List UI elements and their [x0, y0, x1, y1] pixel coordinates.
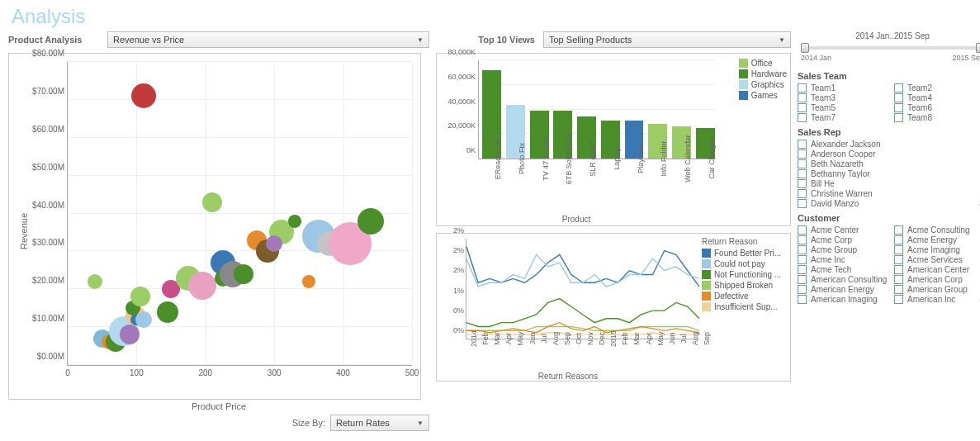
- scatter-y-tick: $60.00M: [32, 124, 68, 133]
- bubble[interactable]: [234, 264, 253, 284]
- line-x-tick: Jul: [676, 334, 688, 344]
- checkbox-item[interactable]: Acme Services: [894, 255, 980, 264]
- checkbox-item[interactable]: American Imaging: [798, 295, 891, 304]
- product-analysis-header: Product Analysis Revenue vs Price: [8, 31, 429, 48]
- legend-item[interactable]: Defective: [702, 292, 788, 301]
- sales-team-list: Team1Team2Team3Team4Team5Team6Team7Team8: [798, 83, 980, 122]
- time-thumb-end[interactable]: [976, 43, 980, 53]
- checkbox-item[interactable]: Anderson Cooper: [798, 149, 980, 159]
- line-x-tick: Jun: [525, 333, 537, 345]
- checkbox-icon: [798, 275, 807, 284]
- checkbox-item[interactable]: Acme Imaging: [894, 245, 980, 254]
- legend-item[interactable]: Office: [739, 59, 787, 68]
- legend-item[interactable]: Hardware: [739, 69, 787, 78]
- checkbox-item[interactable]: Acme Inc: [798, 255, 891, 264]
- checkbox-item[interactable]: Acme Consulting: [894, 225, 980, 235]
- checkbox-item[interactable]: Team8: [894, 113, 980, 122]
- checkbox-item[interactable]: Acme Group: [798, 245, 891, 254]
- legend-item[interactable]: Shipped Broken: [702, 281, 788, 290]
- checkbox-item[interactable]: American Group: [894, 285, 980, 294]
- checkbox-icon: [798, 285, 807, 294]
- filter-panel: 2014 Jan..2015 Sep 2014 Jan 2015 Sep Sal…: [798, 31, 980, 431]
- checkbox-item[interactable]: Bill He: [798, 179, 980, 188]
- checkbox-item[interactable]: Beth Nazareth: [798, 159, 980, 168]
- bubble[interactable]: [188, 272, 216, 300]
- checkbox-item[interactable]: American Inc: [894, 295, 980, 304]
- time-slider[interactable]: 2014 Jan..2015 Sep 2014 Jan 2015 Sep: [798, 31, 980, 64]
- size-by-dropdown[interactable]: Return Rates: [330, 415, 429, 431]
- checkbox-item[interactable]: David Manzo: [798, 199, 980, 208]
- line-x-tick: Aug: [548, 332, 560, 345]
- checkbox-icon: [798, 255, 807, 264]
- legend-item[interactable]: Graphics: [739, 80, 787, 89]
- checkbox-item[interactable]: American Consulting: [798, 275, 891, 284]
- line-y-tick: 2%: [453, 266, 466, 274]
- bubble[interactable]: [302, 275, 315, 288]
- checkbox-icon: [894, 265, 903, 274]
- scatter-y-tick: $40.00M: [32, 200, 68, 209]
- legend-item[interactable]: Not Functioning ...: [702, 270, 788, 279]
- checkbox-item[interactable]: Team5: [798, 103, 891, 112]
- legend-item[interactable]: Found Better Pri...: [702, 249, 788, 258]
- line-x-tick: May: [513, 331, 524, 345]
- checkbox-item[interactable]: Team2: [894, 83, 980, 92]
- legend-item[interactable]: Insufficient Sup...: [702, 302, 788, 311]
- legend-item[interactable]: Could not pay: [702, 259, 788, 268]
- scatter-x-tick: 400: [336, 365, 350, 377]
- line-y-tick: 0%: [453, 326, 466, 334]
- bar-x-tick: Photo Fix: [514, 143, 526, 174]
- bubble[interactable]: [266, 235, 282, 252]
- checkbox-item[interactable]: Team4: [894, 93, 980, 102]
- bubble[interactable]: [288, 215, 301, 228]
- checkbox-item[interactable]: Team7: [798, 113, 891, 122]
- bubble[interactable]: [88, 274, 102, 289]
- bubble[interactable]: [130, 287, 150, 306]
- bubble[interactable]: [157, 301, 178, 323]
- product-analysis-label: Product Analysis: [8, 35, 99, 45]
- bubble[interactable]: [131, 83, 156, 108]
- scatter-y-tick: $70.00M: [32, 86, 68, 95]
- scatter-x-tick: 100: [130, 365, 144, 377]
- scatter-y-tick: $80.00M: [32, 49, 68, 58]
- top10-dropdown[interactable]: Top Selling Products: [543, 31, 791, 48]
- bar-y-tick: 80,000K: [447, 48, 479, 56]
- checkbox-item[interactable]: Alexander Jackson: [798, 140, 980, 149]
- checkbox-icon: [798, 265, 807, 274]
- legend-item[interactable]: Games: [739, 91, 787, 100]
- checkbox-item[interactable]: Acme Center: [798, 225, 891, 235]
- line-chart: 0%0%1%2%2%2%2014FebMarAprMayJunJulAugSep…: [436, 233, 791, 382]
- line-x-tick: Mar: [490, 332, 501, 345]
- checkbox-item[interactable]: Acme Tech: [798, 265, 891, 274]
- checkbox-item[interactable]: Team3: [798, 93, 891, 102]
- scatter-y-tick: $0.00M: [37, 352, 68, 361]
- checkbox-item[interactable]: Acme Corp: [798, 235, 891, 244]
- checkbox-item[interactable]: Acme Energy: [894, 235, 980, 244]
- product-analysis-panel: Product Analysis Revenue vs Price Revenu…: [8, 31, 429, 431]
- checkbox-item[interactable]: American Corp: [894, 275, 980, 284]
- line-series[interactable]: [466, 247, 699, 287]
- checkbox-item[interactable]: American Energy: [798, 285, 891, 294]
- checkbox-icon: [798, 83, 807, 92]
- checkbox-item[interactable]: Team6: [894, 103, 980, 112]
- bubble[interactable]: [357, 208, 384, 235]
- checkbox-item[interactable]: Team1: [798, 83, 891, 92]
- checkbox-icon: [894, 245, 903, 254]
- scatter-y-tick: $20.00M: [32, 276, 68, 285]
- center-panel: Top 10 Views Top Selling Products 0K20,0…: [436, 31, 791, 431]
- product-analysis-dropdown[interactable]: Revenue vs Price: [107, 31, 429, 48]
- line-series[interactable]: [466, 299, 699, 327]
- line-series[interactable]: [466, 254, 699, 287]
- bar-x-tick: TV 47 in LED: [538, 136, 550, 181]
- line-x-tick: Mar: [629, 332, 641, 345]
- bubble[interactable]: [202, 192, 222, 212]
- line-x-tick: Feb: [478, 332, 490, 345]
- checkbox-item[interactable]: Christine Warren: [798, 189, 980, 198]
- line-x-tick: 2015: [606, 330, 618, 347]
- checkbox-item[interactable]: Bethanny Taylor: [798, 169, 980, 178]
- bar-x-label: Product: [437, 215, 716, 224]
- checkbox-item[interactable]: American Center: [894, 265, 980, 274]
- bubble[interactable]: [120, 325, 140, 344]
- line-x-tick: 2014: [466, 330, 478, 347]
- time-thumb-start[interactable]: [801, 43, 809, 53]
- line-x-label: Return Reasons: [437, 372, 699, 381]
